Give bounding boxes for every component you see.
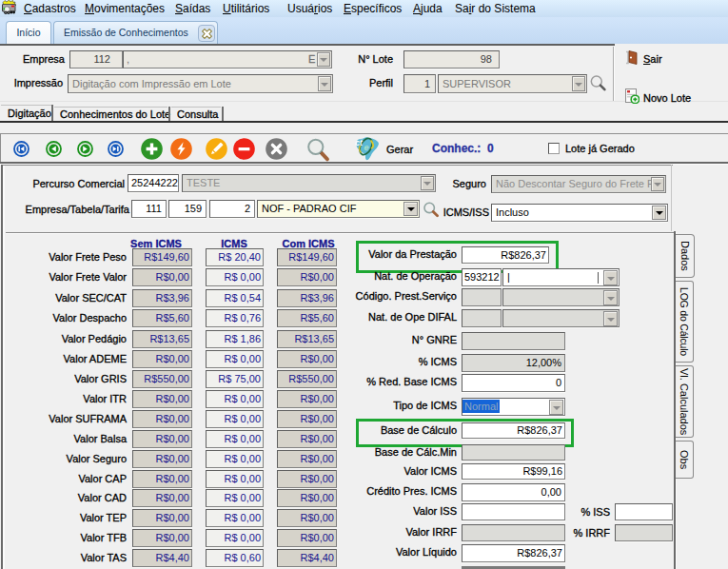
svg-text:e: e	[364, 143, 369, 152]
svg-text:ct: ct	[355, 138, 364, 147]
